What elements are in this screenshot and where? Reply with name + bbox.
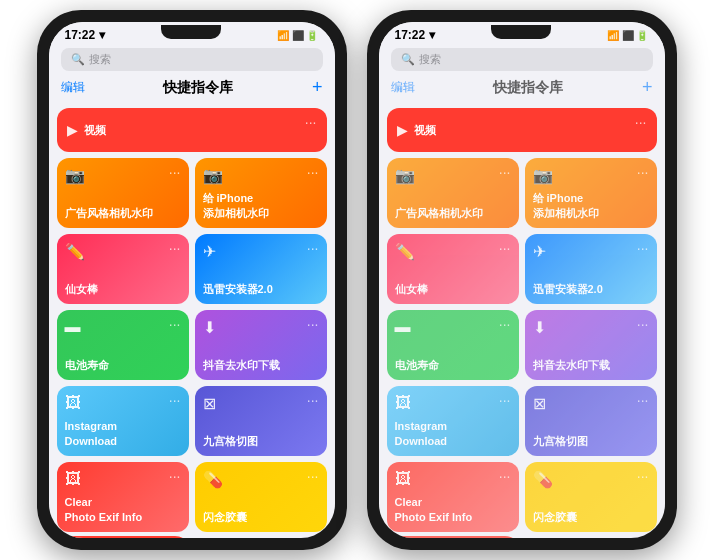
shortcut-card-capsule[interactable]: 💊 ··· 闪念胶囊	[195, 462, 327, 532]
card-icon-clear-photo: 🖼	[395, 470, 411, 488]
card-more-video[interactable]: ···	[305, 114, 317, 130]
card-more-instagram[interactable]: ···	[499, 392, 511, 408]
card-more-grid-cut[interactable]: ···	[637, 392, 649, 408]
card-label-grid-cut: 九宫格切图	[203, 434, 319, 448]
shortcut-card-tiktok[interactable]: ⬇ ··· 抖音去水印下载	[525, 310, 657, 380]
card-more-thunder[interactable]: ···	[307, 240, 319, 256]
shortcut-card-grid-cut[interactable]: ⊠ ··· 九宫格切图	[195, 386, 327, 456]
card-label-capsule: 闪念胶囊	[533, 510, 649, 524]
shortcut-card-clear-photo[interactable]: 🖼 ··· ClearPhoto Exif Info	[57, 462, 189, 532]
card-label-watermark-ad: 广告风格相机水印	[65, 206, 181, 220]
shortcut-card-fairy-stick[interactable]: ✏️ ··· 仙女棒	[387, 234, 519, 304]
card-more-fairy-stick[interactable]: ···	[499, 240, 511, 256]
card-label-thunder: 迅雷安装器2.0	[533, 282, 649, 296]
card-icon-watermark-iphone: 📷	[533, 166, 553, 185]
card-more-capsule[interactable]: ···	[637, 468, 649, 484]
card-label-battery: 电池寿命	[395, 358, 511, 372]
search-icon: 🔍	[401, 53, 415, 66]
status-time: 17:22 ▾	[65, 28, 105, 42]
card-more-video[interactable]: ···	[635, 114, 647, 130]
card-more-instagram[interactable]: ···	[169, 392, 181, 408]
card-more-grid-cut[interactable]: ···	[307, 392, 319, 408]
card-label-tiktok: 抖音去水印下载	[203, 358, 319, 372]
card-label-watermark-ad: 广告风格相机水印	[395, 206, 511, 220]
card-label-watermark-iphone: 给 iPhone添加相机水印	[533, 191, 649, 220]
shortcut-card-grid-cut[interactable]: ⊠ ··· 九宫格切图	[525, 386, 657, 456]
shortcut-card-tiktok[interactable]: ⬇ ··· 抖音去水印下载	[195, 310, 327, 380]
card-more-tiktok[interactable]: ···	[307, 316, 319, 332]
search-bar: 🔍搜索	[49, 44, 335, 75]
card-more-watermark-iphone[interactable]: ···	[637, 164, 649, 180]
nav-title: 快捷指令库	[493, 79, 563, 97]
card-icon-watermark-iphone: 📷	[203, 166, 223, 185]
shortcut-card-instagram[interactable]: 🖼 ··· InstagramDownload	[57, 386, 189, 456]
shortcut-card-thunder[interactable]: ✈ ··· 迅雷安装器2.0	[525, 234, 657, 304]
card-label-clear-photo: ClearPhoto Exif Info	[395, 495, 511, 524]
card-icon-thunder: ✈	[533, 242, 546, 261]
card-icon-grid-cut: ⊠	[533, 394, 546, 413]
nav-edit-button[interactable]: 编辑	[61, 79, 85, 96]
search-icon: 🔍	[71, 53, 85, 66]
shortcut-card-fairy-stick[interactable]: ✏️ ··· 仙女棒	[57, 234, 189, 304]
nav-bar: 编辑 快捷指令库 +	[49, 75, 335, 102]
status-icons: 📶 ⬛ 🔋	[607, 30, 649, 41]
notch-area	[491, 25, 551, 39]
card-more-capsule[interactable]: ···	[307, 468, 319, 484]
card-label-battery: 电池寿命	[65, 358, 181, 372]
card-label-video: 视频	[414, 123, 436, 137]
card-icon-capsule: 💊	[203, 470, 223, 489]
card-icon-thunder: ✈	[203, 242, 216, 261]
shortcut-card-video[interactable]: ▶ 视频 ···	[57, 108, 327, 152]
card-more-fairy-stick[interactable]: ···	[169, 240, 181, 256]
card-more-thunder[interactable]: ···	[637, 240, 649, 256]
shortcut-card-watermark-iphone[interactable]: 📷 ··· 给 iPhone添加相机水印	[525, 158, 657, 228]
nav-add-button[interactable]: +	[642, 77, 653, 98]
nav-title: 快捷指令库	[163, 79, 233, 97]
shortcut-card-watermark-iphone[interactable]: 📷 ··· 给 iPhone添加相机水印	[195, 158, 327, 228]
notch-area	[161, 25, 221, 39]
card-icon-battery: ▬	[395, 318, 411, 336]
card-label-clear-photo: ClearPhoto Exif Info	[65, 495, 181, 524]
card-label-thunder: 迅雷安装器2.0	[203, 282, 319, 296]
card-icon-video: ▶	[67, 122, 78, 138]
card-icon-fairy-stick: ✏️	[65, 242, 85, 261]
shortcut-card-battery[interactable]: ▬ ··· 电池寿命	[387, 310, 519, 380]
shortcut-card-thunder[interactable]: ✈ ··· 迅雷安装器2.0	[195, 234, 327, 304]
card-label-tiktok: 抖音去水印下载	[533, 358, 649, 372]
card-more-battery[interactable]: ···	[499, 316, 511, 332]
card-icon-watermark-ad: 📷	[395, 166, 415, 185]
shortcut-card-instagram[interactable]: 🖼 ··· InstagramDownload	[387, 386, 519, 456]
shortcut-card-clear-photo[interactable]: 🖼 ··· ClearPhoto Exif Info	[387, 462, 519, 532]
nav-edit-button[interactable]: 编辑	[391, 79, 415, 96]
shortcuts-grid: ▶ 视频 ··· 📷 ··· 广告风格相机水印 📷 ··· 给 iPhone添加…	[379, 102, 665, 538]
search-input[interactable]: 🔍搜索	[61, 48, 323, 71]
card-icon-instagram: 🖼	[395, 394, 411, 412]
shortcut-card-watermark-ad[interactable]: 📷 ··· 广告风格相机水印	[57, 158, 189, 228]
card-more-clear-photo[interactable]: ···	[169, 468, 181, 484]
card-label-video: 视频	[84, 123, 106, 137]
search-input[interactable]: 🔍搜索	[391, 48, 653, 71]
card-more-clear-photo[interactable]: ···	[499, 468, 511, 484]
shortcut-card-battery[interactable]: ▬ ··· 电池寿命	[57, 310, 189, 380]
card-icon-grid-cut: ⊠	[203, 394, 216, 413]
card-label-watermark-iphone: 给 iPhone添加相机水印	[203, 191, 319, 220]
card-more-watermark-ad[interactable]: ···	[499, 164, 511, 180]
card-icon-instagram: 🖼	[65, 394, 81, 412]
shortcut-card-video[interactable]: ▶ 视频 ···	[387, 108, 657, 152]
phone-right: 17:22 ▾ 📶 ⬛ 🔋 🔍搜索 编辑 快捷指令库 + ▶ 视频 ··· 📷 …	[367, 10, 677, 550]
card-icon-battery: ▬	[65, 318, 81, 336]
card-more-watermark-ad[interactable]: ···	[169, 164, 181, 180]
card-icon-video: ▶	[397, 122, 408, 138]
shortcut-card-watermark-ad[interactable]: 📷 ··· 广告风格相机水印	[387, 158, 519, 228]
status-bar: 17:22 ▾ 📶 ⬛ 🔋	[49, 22, 335, 44]
card-more-tiktok[interactable]: ···	[637, 316, 649, 332]
card-label-fairy-stick: 仙女棒	[65, 282, 181, 296]
card-more-battery[interactable]: ···	[169, 316, 181, 332]
card-label-fairy-stick: 仙女棒	[395, 282, 511, 296]
search-placeholder: 搜索	[89, 52, 111, 67]
shortcut-card-capsule[interactable]: 💊 ··· 闪念胶囊	[525, 462, 657, 532]
card-label-instagram: InstagramDownload	[65, 419, 181, 448]
nav-add-button[interactable]: +	[312, 77, 323, 98]
card-more-watermark-iphone[interactable]: ···	[307, 164, 319, 180]
status-icons: 📶 ⬛ 🔋	[277, 30, 319, 41]
